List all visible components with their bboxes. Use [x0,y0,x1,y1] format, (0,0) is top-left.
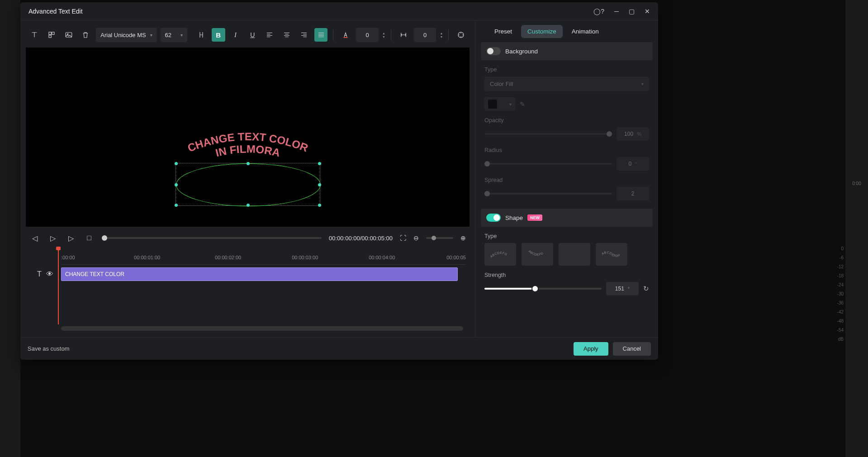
align-justify-icon[interactable] [314,28,328,42]
underline-button[interactable]: U [246,28,259,42]
spread-slider[interactable] [484,193,612,195]
shape-type-arc-up[interactable]: ABCDEFG [484,243,516,266]
shape-type-arc-down[interactable]: ABCDEFG [522,243,553,266]
handle-tc[interactable] [247,162,250,165]
close-icon[interactable]: ✕ [645,8,650,15]
tab-animation[interactable]: Animation [565,25,605,38]
timeline-clip[interactable]: CHANGE TEXT COLOR [61,267,458,281]
opacity-slider[interactable] [484,133,612,135]
strength-slider[interactable] [484,288,602,290]
spread-value[interactable]: 2 [617,187,649,200]
svg-rect-1 [52,32,54,34]
background-toggle[interactable] [486,47,501,55]
vertical-text-icon[interactable] [194,28,208,42]
playback-bar: ◁ ▷ ▷ □ 00:00:00:00/00:00:05:00 ⛶ ⊖ ⊕ [24,228,471,248]
visibility-icon[interactable]: 👁 [46,270,53,278]
bg-color-chip[interactable]: ▾ [484,97,515,111]
add-textbox-icon[interactable] [45,28,58,42]
cancel-button[interactable]: Cancel [613,342,651,356]
add-text-icon[interactable] [28,28,41,42]
tab-preset[interactable]: Preset [488,25,518,38]
text-toolbar: Arial Unicode MS▾ 62▾ B I U 0 ▲▼ 0 ▲▼ [24,24,471,46]
handle-tr[interactable] [318,162,321,165]
panel-tabs: Preset Customize Animation [475,20,658,42]
selection-box[interactable] [175,163,320,206]
shape-type-label: Type [484,233,649,239]
timeline: :00:00 00:00:01:00 00:00:02:00 00:00:03:… [24,248,471,333]
value1-spinner[interactable]: ▲▼ [382,32,385,38]
svg-text:IN FILMORA: IN FILMORA [214,143,281,159]
zoom-in-icon[interactable]: ⊕ [460,234,466,242]
preview-canvas[interactable]: CHANGE TEXT COLOR IN FILMORA [26,48,470,227]
next-frame-icon[interactable]: ▷ [47,234,58,243]
apply-button[interactable]: Apply [574,342,608,356]
prev-frame-icon[interactable]: ◁ [29,234,40,243]
spacing-icon[interactable] [397,28,410,42]
strength-handle[interactable] [531,285,539,292]
align-left-icon[interactable] [263,28,276,42]
timecode-display: 00:00:00:00/00:00:05:00 [329,235,393,242]
eyedropper-icon[interactable]: ✎ [520,100,525,108]
left-panel: Arial Unicode MS▾ 62▾ B I U 0 ▲▼ 0 ▲▼ [20,20,475,337]
dialog-footer: Save as custom Apply Cancel [20,337,658,360]
help-icon[interactable]: ◯? [593,8,604,15]
zoom-slider[interactable] [426,237,453,239]
app-sidebar [0,0,20,457]
spread-label: Spread [484,177,649,183]
radius-label: Radius [484,147,649,153]
handle-tl[interactable] [175,162,178,165]
background-label: Background [505,48,538,55]
strength-value[interactable]: 151° [606,282,639,295]
bold-button[interactable]: B [212,28,225,42]
value2-spinner[interactable]: ▲▼ [440,32,443,38]
radius-value[interactable]: 0° [617,157,649,171]
db-meter: 0-6-12 -18-24-30 -36-42-48 -54dB [837,244,844,344]
shape-section-header: Shape NEW [481,209,653,227]
svg-text:ABCDEFGHIJKLMN: ABCDEFGHIJKLMN [563,249,586,249]
handle-mr[interactable] [318,183,321,186]
value2-input[interactable]: 0 [414,28,436,42]
properties-scroll[interactable]: Background Type Color Fill▾ ▾ ✎ Opacity [475,42,658,337]
meter-sidebar: 0:00 [845,0,868,457]
zoom-out-icon[interactable]: ⊖ [413,234,419,242]
fit-icon[interactable]: ⛶ [400,234,406,242]
align-center-icon[interactable] [280,28,294,42]
italic-button[interactable]: I [229,28,242,42]
handle-ml[interactable] [175,183,178,186]
handle-bl[interactable] [175,204,178,207]
handle-br[interactable] [318,204,321,207]
stop-icon[interactable]: □ [84,234,95,242]
play-icon[interactable]: ▷ [66,234,76,243]
text-track-icon[interactable]: T [37,270,42,278]
add-image-icon[interactable] [62,28,76,42]
fontsize-select[interactable]: 62▾ [161,28,187,42]
playback-slider[interactable] [102,237,322,239]
right-panel: Preset Customize Animation Background Ty… [475,20,658,337]
save-as-custom-link[interactable]: Save as custom [28,345,70,352]
handle-bc[interactable] [247,204,250,207]
value1-input[interactable]: 0 [356,28,379,42]
effects-icon[interactable] [454,28,468,42]
timeline-ruler[interactable]: :00:00 00:00:01:00 00:00:02:00 00:00:03:… [61,251,466,265]
dialog-title: Advanced Text Edit [28,8,83,15]
background-section-header: Background [481,42,653,60]
shape-type-wave[interactable]: ABCDEFGH [596,243,627,266]
align-right-icon[interactable] [297,28,311,42]
playback-handle[interactable] [102,235,107,241]
tab-customize[interactable]: Customize [521,25,563,38]
bg-type-select[interactable]: Color Fill▾ [484,76,649,91]
playhead[interactable] [58,248,59,324]
delete-icon[interactable] [79,28,92,42]
text-track: T 👁 CHANGE TEXT COLOR [29,267,466,282]
font-select[interactable]: Arial Unicode MS▾ [96,28,157,42]
shape-type-circle[interactable]: ABCDEFGHIJKLMN [559,243,590,266]
bg-timecode: 0:00 [852,181,861,186]
maximize-icon[interactable]: ▢ [629,8,635,15]
shape-toggle[interactable] [486,214,501,222]
opacity-value[interactable]: 100% [617,127,649,141]
minimize-icon[interactable]: ─ [614,8,619,15]
text-color-icon[interactable] [339,28,352,42]
radius-slider[interactable] [484,163,612,165]
timeline-scrollbar[interactable] [61,326,463,331]
reset-strength-icon[interactable]: ↻ [643,285,649,293]
